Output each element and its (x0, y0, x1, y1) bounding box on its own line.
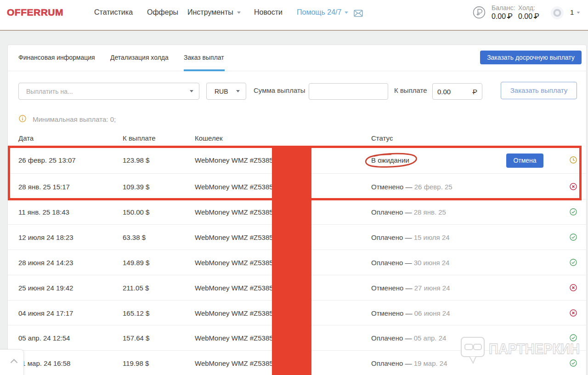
svg-text:ПАРТНЕРКИН: ПАРТНЕРКИН (489, 341, 580, 357)
